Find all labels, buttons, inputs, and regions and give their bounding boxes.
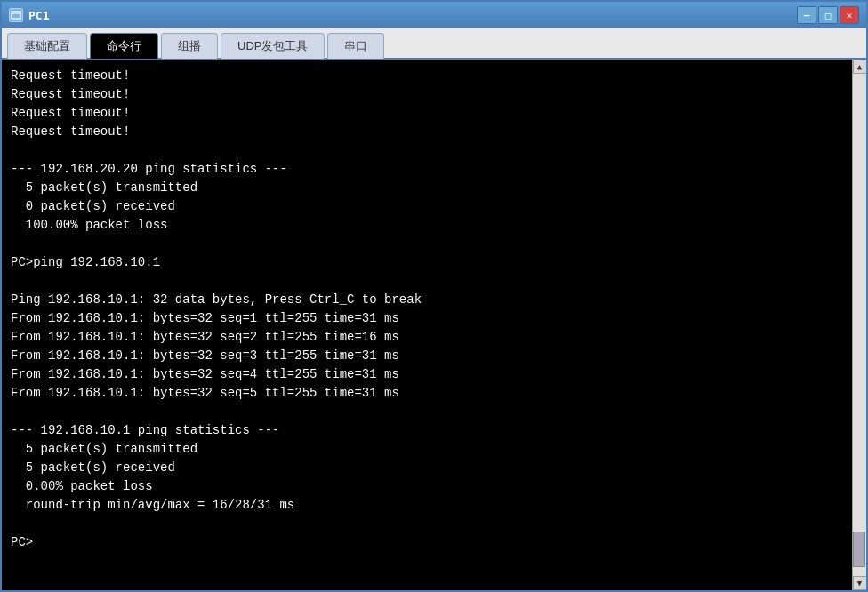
scroll-up-button[interactable]: ▲ (853, 60, 867, 74)
tab-multicast[interactable]: 组播 (161, 33, 218, 59)
tab-basic[interactable]: 基础配置 (7, 33, 87, 59)
close-button[interactable]: ✕ (840, 6, 859, 24)
content-area: Request timeout! Request timeout! Reques… (2, 60, 866, 590)
maximize-button[interactable]: □ (818, 6, 838, 24)
scrollbar-thumb[interactable] (853, 532, 865, 567)
main-window: PC1 — □ ✕ 基础配置 命令行 组播 UDP发包工具 串口 Request… (0, 0, 868, 592)
window-icon (9, 8, 23, 22)
svg-rect-1 (12, 12, 20, 14)
minimize-button[interactable]: — (797, 6, 816, 24)
tabs-bar: 基础配置 命令行 组播 UDP发包工具 串口 (2, 28, 866, 60)
title-bar-left: PC1 (9, 8, 49, 22)
tab-cmd[interactable]: 命令行 (90, 33, 158, 59)
tab-udp[interactable]: UDP发包工具 (221, 33, 325, 59)
scrollbar-track[interactable] (853, 74, 866, 576)
title-controls: — □ ✕ (797, 6, 859, 24)
title-bar: PC1 — □ ✕ (2, 2, 866, 28)
scrollbar[interactable]: ▲ ▼ (852, 60, 866, 590)
scroll-down-button[interactable]: ▼ (853, 576, 867, 590)
window-title: PC1 (28, 9, 49, 22)
terminal-output[interactable]: Request timeout! Request timeout! Reques… (2, 60, 852, 590)
tab-serial[interactable]: 串口 (327, 33, 384, 59)
